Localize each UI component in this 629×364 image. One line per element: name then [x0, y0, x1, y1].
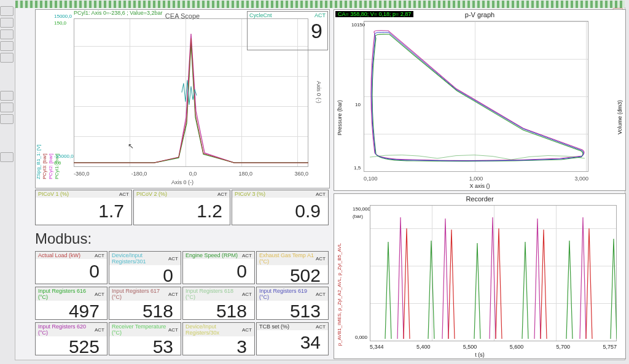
cea-ytick: 150,0 — [54, 20, 72, 26]
cell-value: 518 — [183, 301, 254, 322]
cell-label: Engine Speed (RPM) — [186, 252, 238, 258]
vbar-btn[interactable] — [0, 53, 14, 63]
value-cell[interactable]: Input Registers 616 (°C)ACT497 — [35, 287, 107, 320]
cell-value: 0 — [183, 259, 254, 284]
act-badge: ACT — [242, 292, 252, 297]
act-badge: ACT — [316, 324, 326, 330]
cell-value: 53 — [109, 336, 181, 357]
rec-xtick: 5,700 — [557, 344, 571, 350]
vbar-btn[interactable] — [0, 114, 14, 124]
vbar-btn[interactable] — [0, 91, 14, 101]
rec-ytick: 0,000 — [355, 335, 367, 340]
value-cell[interactable]: Input Registers 619 (°C)ACT513 — [256, 287, 329, 320]
cell-label: Receiver Temperature (°C) — [112, 323, 168, 336]
cea-xtick: 0,0 — [189, 171, 197, 177]
pv-grid — [364, 21, 588, 172]
recorder-grid — [370, 205, 617, 341]
act-badge: ACT — [95, 253, 104, 258]
cea-xtick: 180,0 — [239, 171, 253, 177]
vbar-btn[interactable] — [0, 103, 14, 112]
pv-ytick: 10 — [355, 102, 361, 107]
pv-ylabel: Pressure (bar) — [337, 100, 343, 136]
value-cell[interactable]: Device/Input Registers/301ACT0 — [109, 251, 181, 284]
cell-value: 1.2 — [134, 198, 230, 225]
recorder-panel[interactable]: Recorder p_AVB1_IMES, p_Zyl_A2_AVL, p_Zy… — [334, 193, 626, 359]
left-toolbar — [0, 6, 14, 162]
act-badge: ACT — [95, 292, 104, 297]
cell-label: PICoV 3 (%) — [235, 191, 265, 197]
pv-xtick: 3,000 — [574, 176, 588, 182]
cell-label: Input Registers 617 (°C) — [112, 288, 168, 300]
cea-yaxis-label: PCyl3: [bar] — [42, 14, 47, 179]
cell-value: 497 — [36, 301, 107, 322]
pv-graph-panel[interactable]: CA= 358,80; V= 0,18; p= 2,87 p-V graph P… — [334, 9, 626, 191]
pv-title: p-V graph — [465, 11, 494, 18]
pv-ytick: 1,5 — [354, 165, 361, 171]
cell-label: PICoV 1 (%) — [38, 191, 69, 197]
rec-xtick: 5,757 — [603, 344, 617, 350]
act-badge: ACT — [119, 192, 129, 197]
cell-value: 34 — [257, 330, 328, 355]
cell-label: Input Registers 616 (°C) — [38, 288, 95, 300]
value-cell[interactable]: PICoV 1 (%)ACT1.7 — [35, 190, 132, 225]
value-cell[interactable]: Input Registers 617 (°C)ACT518 — [109, 287, 181, 320]
rec-ytick: 150,000 — [353, 206, 370, 212]
rec-xtick: 5,600 — [510, 344, 524, 350]
cell-label: Device/Input Registers/301 — [112, 252, 168, 265]
act-badge: ACT — [316, 256, 326, 261]
cea-xtick: -360,0 — [74, 171, 90, 177]
cell-label: Input Registers 620 (°C) — [38, 323, 95, 336]
cell-value: 0.9 — [232, 198, 328, 225]
cell-value: 1.7 — [36, 198, 131, 225]
act-badge: ACT — [314, 12, 326, 18]
cea-ytick: 0,0 — [54, 160, 74, 166]
recorder-ylabel: p_AVB1_IMES, p_Zyl_A2_AVL, p_Zyl_B5_AVL — [337, 243, 342, 346]
cell-value: 513 — [257, 301, 328, 322]
cell-label: Input Registers 618 (°C) — [186, 288, 242, 300]
cycle-count-box: CycleCntACT 9 — [247, 11, 328, 50]
act-badge: ACT — [168, 292, 178, 297]
cell-label: Input Registers 619 (°C) — [259, 288, 316, 300]
value-cell[interactable]: Input Registers 618 (°C)ACT518 — [182, 287, 255, 320]
cea-xtick: 360,0 — [294, 171, 308, 177]
cell-value: 525 — [36, 336, 107, 357]
cycle-value: 9 — [248, 19, 327, 43]
cea-scope-panel[interactable]: PCyl1: Axis 0=-238,6 ; Value=3,2bar CEA … — [35, 9, 330, 188]
value-cell[interactable]: Device/Input Registers/30xACT3 — [182, 322, 255, 355]
cell-label: Exhaust Gas Temp A1 (°C) — [259, 252, 316, 265]
cell-value: 518 — [109, 301, 181, 322]
rec-xtick: 5,400 — [416, 344, 431, 350]
cell-label: PICoV 2 (%) — [136, 191, 167, 197]
value-cell[interactable]: TCB set (%)ACT34 — [256, 322, 329, 355]
act-badge: ACT — [316, 292, 326, 297]
cea-yaxis-label: ZSpg_B1_1: [V] — [36, 14, 41, 179]
act-badge: ACT — [168, 327, 178, 333]
cea-ytick: -15000,0 — [54, 153, 74, 159]
pv-ytick: 10150 — [351, 22, 365, 28]
value-cell[interactable]: Receiver Temperature (°C)ACT53 — [109, 322, 181, 355]
pv-y2label: Volume (dm3) — [617, 100, 623, 134]
pv-xtick: 1,000 — [469, 176, 483, 182]
value-cell[interactable]: Exhaust Gas Temp A1 (°C)ACT502 — [256, 251, 329, 284]
vbar-btn[interactable] — [0, 18, 14, 28]
value-cell[interactable]: Input Registers 620 (°C)ACT525 — [35, 322, 107, 355]
cea-xtick: -180,0 — [131, 171, 147, 177]
vbar-btn[interactable] — [0, 6, 14, 16]
rec-yunit: (bar) — [353, 214, 363, 219]
vbar-btn[interactable] — [0, 152, 14, 162]
value-cell[interactable]: Engine Speed (RPM)ACT0 — [182, 251, 255, 284]
pv-xlabel: X axis () — [469, 183, 490, 189]
value-cell[interactable]: PICoV 2 (%)ACT1.2 — [133, 190, 230, 225]
pv-xtick: 0,100 — [364, 176, 378, 182]
cell-label: TCB set (%) — [259, 323, 289, 330]
value-cell[interactable]: Actual Load (kW)ACT0 — [35, 251, 107, 284]
act-badge: ACT — [316, 192, 326, 197]
vbar-btn[interactable] — [0, 29, 14, 39]
pv-readout: CA= 358,80; V= 0,18; p= 2,87 — [335, 11, 413, 17]
vbar-btn[interactable] — [0, 41, 14, 51]
cea-right-axis-label: Axis 0 (-) — [316, 81, 322, 103]
cycle-label: CycleCnt — [249, 12, 272, 18]
act-badge: ACT — [242, 327, 252, 333]
value-cell[interactable]: PICoV 3 (%)ACT0.9 — [232, 190, 329, 225]
cea-readout: PCyl1: Axis 0=-238,6 ; Value=3,2bar — [74, 10, 162, 16]
